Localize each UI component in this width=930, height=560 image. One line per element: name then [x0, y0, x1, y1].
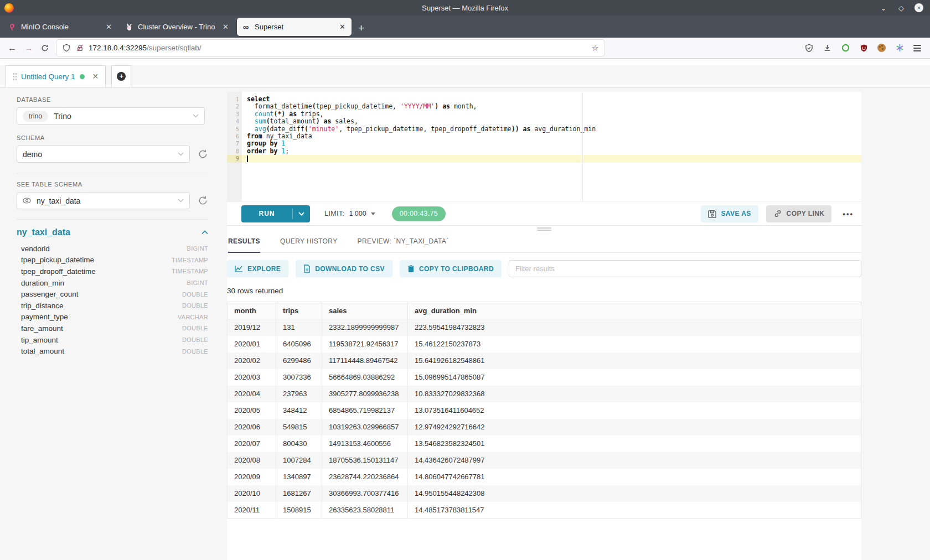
column-type: DOUBLE — [182, 325, 208, 331]
tracking-shield-icon[interactable] — [62, 44, 71, 53]
table-row[interactable]: 2020/026299486117114448.8946754215.64192… — [228, 352, 861, 369]
window-maximize-icon[interactable]: ◇ — [897, 4, 906, 12]
url-text[interactable]: 172.18.0.4:32295/superset/sqllab/ — [89, 44, 587, 52]
url-bar[interactable]: 172.18.0.4:32295/superset/sqllab/ ☆ — [56, 40, 604, 56]
tab-close-icon[interactable]: ✕ — [221, 23, 230, 31]
column-header[interactable]: month — [228, 302, 276, 319]
browser-tab-superset[interactable]: ∞ Superset ✕ — [237, 18, 352, 36]
table-row[interactable]: 2020/10168126730366993.70037741614.95015… — [228, 485, 861, 502]
resize-handle[interactable] — [537, 226, 551, 232]
table-select[interactable]: ny_taxi_data — [17, 192, 190, 209]
explore-button[interactable]: EXPLORE — [227, 260, 288, 277]
column-header[interactable]: sales — [322, 302, 408, 319]
schema-column-row[interactable]: trip_distanceDOUBLE — [17, 300, 208, 312]
table-cell: 549815 — [276, 419, 322, 435]
add-query-tab-button[interactable]: + — [111, 65, 131, 87]
pane-divider — [227, 226, 861, 230]
query-tab-untitled[interactable]: Untitled Query 1 ✕ — [6, 65, 106, 87]
run-button[interactable]: RUN — [241, 205, 310, 222]
window-minimize-icon[interactable]: ⌄ — [879, 4, 888, 12]
table-row[interactable]: 2020/09134089723628744.22023686414.80604… — [228, 469, 861, 485]
code-line: group by 1 — [242, 140, 861, 147]
ublock-origin-icon[interactable] — [859, 44, 868, 53]
limit-dropdown[interactable]: LIMIT: 1 000 — [324, 210, 375, 217]
hamburger-menu-icon[interactable] — [913, 45, 921, 51]
tab-query-history[interactable]: QUERY HISTORY — [280, 230, 338, 252]
save-as-button[interactable]: SAVE AS — [701, 205, 758, 222]
editor-gutter: 123456789 — [227, 92, 242, 201]
refresh-tables-icon[interactable] — [198, 195, 208, 206]
table-cell: 13.546823582324501 — [408, 435, 861, 452]
schema-column-row[interactable]: tpep_dropoff_datetimeTIMESTAMP — [17, 266, 208, 277]
schema-column-row[interactable]: total_amountDOUBLE — [17, 345, 208, 357]
tab-results[interactable]: RESULTS — [228, 230, 260, 252]
table-row[interactable]: 2020/0654981510319263.02996685712.974924… — [228, 419, 861, 435]
query-tab-close-icon[interactable]: ✕ — [92, 72, 99, 81]
schema-select[interactable]: demo — [17, 146, 190, 163]
download-icon[interactable] — [823, 44, 831, 53]
insecure-lock-icon[interactable] — [75, 44, 84, 53]
schema-column-row[interactable]: tip_amountDOUBLE — [17, 334, 208, 346]
table-row[interactable]: 2020/053484126854865.71998213713.0735164… — [228, 402, 861, 419]
column-type: DOUBLE — [182, 336, 208, 343]
table-cell: 14.485173783811547 — [408, 502, 861, 518]
window-close-icon[interactable]: × — [914, 3, 923, 12]
sql-editor[interactable]: 123456789 select format_datetime(tpep_pi… — [227, 92, 861, 201]
tab-close-icon[interactable]: ✕ — [104, 23, 113, 31]
schema-column-row[interactable]: duration_minBIGINT — [17, 277, 208, 289]
browser-tab-trino[interactable]: Cluster Overview - Trino ✕ — [120, 18, 235, 36]
forward-icon[interactable]: → — [24, 43, 33, 53]
bookmark-star-icon[interactable]: ☆ — [592, 43, 599, 53]
editor-lines[interactable]: select format_datetime(tpep_pickup_datet… — [242, 92, 861, 201]
schema-column-row[interactable]: payment_typeVARCHAR — [17, 312, 208, 323]
schema-column-row[interactable]: vendoridBIGINT — [17, 243, 208, 255]
table-row[interactable]: 2020/0780043014913153.460055613.54682358… — [228, 435, 861, 452]
column-type: DOUBLE — [182, 348, 208, 355]
database-select[interactable]: trino Trino — [17, 107, 205, 125]
schema-column-row[interactable]: tpep_pickup_datetimeTIMESTAMP — [17, 255, 208, 266]
table-row[interactable]: 2020/042379633905277.809993623810.833327… — [228, 386, 861, 402]
tab-preview-table[interactable]: PREVIEW: `NY_TAXI_DATA` — [358, 230, 449, 252]
table-cell: 2020/04 — [228, 386, 276, 402]
schema-column-row[interactable]: passenger_countDOUBLE — [17, 288, 208, 300]
tab-title: Cluster Overview - Trino — [138, 23, 221, 31]
divider — [17, 219, 208, 220]
column-header[interactable]: trips — [276, 302, 322, 319]
copy-clipboard-button[interactable]: COPY TO CLIPBOARD — [400, 260, 502, 277]
drag-grip-icon[interactable] — [13, 72, 17, 81]
table-cell: 2020/05 — [228, 402, 276, 419]
browser-tab-minio[interactable]: MinIO Console ✕ — [3, 18, 118, 36]
column-header[interactable]: avg_duration_min — [408, 302, 861, 319]
new-tab-button[interactable]: + — [353, 22, 370, 38]
table-row[interactable]: 2020/016405096119538721.9245631715.46122… — [228, 336, 861, 352]
copy-link-button[interactable]: COPY LINK — [766, 205, 832, 222]
database-label: DATABASE — [17, 96, 208, 103]
table-cell: 800430 — [276, 435, 322, 452]
table-name-heading[interactable]: ny_taxi_data — [17, 227, 70, 237]
refresh-schema-icon[interactable] — [198, 149, 208, 159]
column-type: VARCHAR — [178, 314, 208, 320]
ext-shield-icon[interactable] — [804, 44, 813, 53]
column-name: vendorid — [21, 245, 50, 253]
schema-column-row[interactable]: fare_amountDOUBLE — [17, 323, 208, 334]
table-cell: 12.974924292716642 — [408, 419, 861, 435]
column-name: payment_type — [21, 313, 68, 321]
table-cell: 2020/02 — [228, 352, 276, 369]
ext-green-ring-icon[interactable] — [841, 44, 850, 53]
table-row[interactable]: 2020/11150891526335623.5802881114.485173… — [228, 502, 861, 518]
reload-icon[interactable] — [41, 44, 49, 52]
table-row[interactable]: 2020/03300733656664869.0388629215.096995… — [228, 369, 861, 386]
clipboard-icon — [407, 265, 415, 273]
more-options-button[interactable]: ••• — [839, 210, 857, 218]
download-csv-button[interactable]: DOWNLOAD TO CSV — [296, 260, 392, 277]
container-asterisk-icon[interactable] — [895, 44, 904, 53]
code-line: sum(total_amount) as sales, — [242, 118, 861, 125]
tab-close-icon[interactable]: ✕ — [338, 23, 347, 31]
run-options-chevron-icon[interactable] — [293, 205, 310, 222]
table-row[interactable]: 2020/08100728418705536.15013114714.43642… — [228, 452, 861, 469]
table-row[interactable]: 2019/121312332.1899999999987223.59541984… — [228, 319, 861, 336]
cookie-icon[interactable] — [877, 44, 886, 52]
filter-results-input[interactable] — [509, 260, 861, 277]
back-icon[interactable]: ← — [8, 43, 17, 53]
collapse-chevron-up-icon[interactable] — [202, 230, 208, 235]
